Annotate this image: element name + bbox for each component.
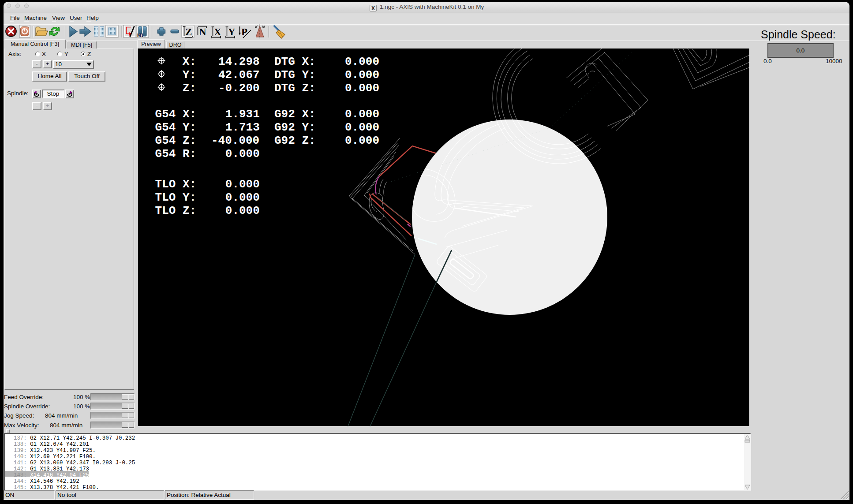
svg-text:1.713: 1.713	[225, 121, 260, 134]
svg-text:G54 X:: G54 X:	[155, 108, 197, 121]
svg-text:Z: Z	[185, 26, 192, 37]
svg-text:TLO Z:: TLO Z:	[155, 204, 197, 217]
svg-text:0.000: 0.000	[345, 121, 379, 134]
svg-text:P: P	[241, 26, 247, 37]
svg-text:42.067: 42.067	[218, 68, 260, 82]
svg-text:X:: X:	[183, 55, 196, 68]
svg-text:-0.200: -0.200	[218, 82, 260, 95]
svg-text:-40.000: -40.000	[211, 134, 259, 147]
svg-text:0.000: 0.000	[225, 147, 260, 161]
svg-text:G54 Z:: G54 Z:	[155, 134, 197, 147]
svg-text:Y: Y	[228, 26, 236, 37]
svg-text:TLO X:: TLO X:	[155, 178, 197, 191]
svg-text:G54 Y:: G54 Y:	[155, 121, 197, 134]
svg-text:G92 X:: G92 X:	[274, 108, 316, 121]
svg-text:G92 Y:: G92 Y:	[274, 121, 316, 134]
svg-text:M1: M1	[137, 33, 144, 38]
svg-text:0.000: 0.000	[345, 134, 379, 147]
svg-text:0.000: 0.000	[345, 55, 379, 68]
svg-text:DTG X:: DTG X:	[274, 55, 316, 68]
svg-text:14.298: 14.298	[218, 55, 260, 68]
svg-text:0.000: 0.000	[225, 191, 260, 204]
svg-text:Z:: Z:	[183, 82, 196, 95]
svg-text:0.000: 0.000	[225, 204, 260, 217]
svg-text:0.000: 0.000	[345, 68, 379, 82]
svg-text:N: N	[199, 26, 206, 37]
svg-text:1.931: 1.931	[225, 108, 260, 121]
svg-text:DTG Y:: DTG Y:	[274, 68, 316, 82]
svg-text:0.000: 0.000	[225, 178, 260, 191]
svg-text:0.000: 0.000	[345, 82, 379, 95]
svg-text:TLO Y:: TLO Y:	[155, 191, 197, 204]
svg-text:Y:: Y:	[183, 68, 196, 82]
svg-text:0.000: 0.000	[345, 108, 379, 121]
svg-text:G92 Z:: G92 Z:	[274, 134, 316, 147]
svg-text:X: X	[214, 26, 221, 37]
svg-text:DTG Z:: DTG Z:	[274, 82, 316, 95]
svg-text:G54 R:: G54 R:	[155, 147, 197, 161]
